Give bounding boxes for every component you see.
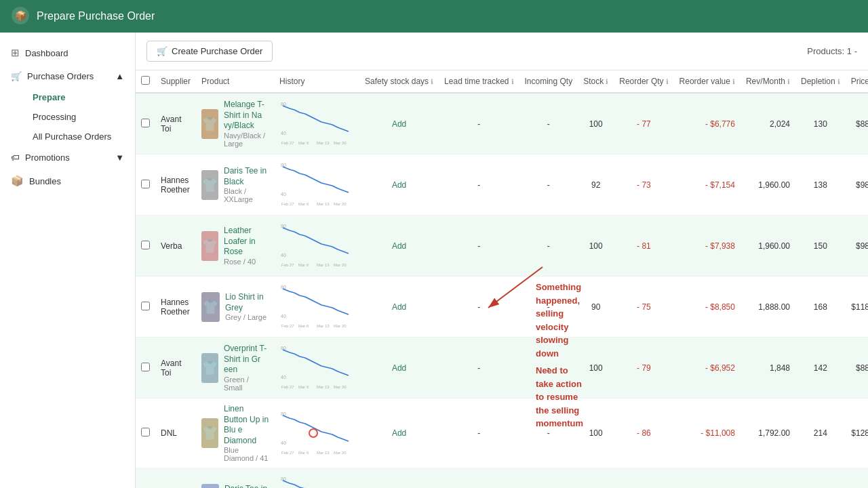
table-row: Avant Toi 👕 Overprint T-Shirt in Gr een … xyxy=(136,338,868,399)
product-variant: Grey / Large xyxy=(225,313,269,321)
mini-chart: 80 40 Feb 27 Mar 6 Mar 13 Mar 20 xyxy=(279,160,354,209)
add-link[interactable]: Add xyxy=(392,180,406,190)
history-cell: 80 40 Feb 27 Mar 6 Mar 13 Mar 20 xyxy=(274,155,359,216)
svg-text:40: 40 xyxy=(281,131,286,136)
svg-text:Mar 6: Mar 6 xyxy=(298,385,309,389)
rev-month-cell: 1,960.00 xyxy=(741,155,795,216)
lead-time-cell: - xyxy=(519,277,578,338)
rev-month-cell: 1,764 xyxy=(741,468,795,488)
svg-text:40: 40 xyxy=(281,253,286,258)
row-checkbox-cell xyxy=(136,468,155,488)
add-link[interactable]: Add xyxy=(392,119,406,129)
th-history: History xyxy=(274,70,359,93)
svg-text:40: 40 xyxy=(281,314,286,319)
select-all-checkbox[interactable] xyxy=(141,76,150,85)
incoming-qty-cell: 100 xyxy=(578,93,614,155)
reorder-qty-cell: - $8,036 xyxy=(674,468,741,488)
rev-month-cell: 1,888.00 xyxy=(741,277,795,338)
supplier-cell: Hannes Roether xyxy=(155,277,196,338)
lead-time-info-icon: ℹ xyxy=(511,78,514,85)
purchase-orders-icon: 🛒 xyxy=(11,71,22,81)
stock-info-icon: ℹ xyxy=(606,78,608,85)
supplier-name: Hannes Roether xyxy=(161,176,190,195)
history-cell: 80 40 Feb 27 Mar 6 Mar 13 Mar 20 xyxy=(274,468,359,488)
sidebar-item-promotions[interactable]: 🏷 Promotions ▼ xyxy=(0,146,135,169)
price-cell: $118 xyxy=(846,277,868,338)
product-variant: Rose / 40 xyxy=(224,258,269,266)
depletion-cell: 130 xyxy=(795,93,846,155)
lead-time-cell: - xyxy=(519,155,578,216)
stock-cell: - 79 xyxy=(614,338,673,399)
sidebar-item-bundles[interactable]: 📦 Bundles xyxy=(0,169,135,193)
mini-chart: 80 40 Feb 27 Mar 6 Mar 13 Mar 20 xyxy=(279,99,354,148)
create-purchase-order-button[interactable]: 🛒 Create Purchase Order xyxy=(146,41,273,62)
price-cell: $128 xyxy=(846,399,868,468)
row-checkbox-cell xyxy=(136,155,155,216)
svg-text:Feb 27: Feb 27 xyxy=(281,385,294,389)
supplier-name: Avant Toi xyxy=(161,359,181,378)
supplier-cell: Hannes Roether xyxy=(155,468,196,488)
safety-stock-cell: - xyxy=(439,399,519,468)
product-name: Lio Shirt in Grey xyxy=(225,292,269,313)
row-checkbox[interactable] xyxy=(141,241,150,249)
history-cell: 80 40 Feb 27 Mar 6 Mar 13 Mar 20 xyxy=(274,93,359,155)
price-cell: $88 xyxy=(846,93,868,155)
svg-text:40: 40 xyxy=(281,375,286,380)
th-reorder-qty: Reorder Qty ℹ xyxy=(614,70,673,93)
action-cell: Add xyxy=(359,399,439,468)
row-checkbox[interactable] xyxy=(141,428,150,436)
product-name: Overprint T-Shirt in Gr een xyxy=(224,344,269,375)
svg-text:Mar 13: Mar 13 xyxy=(317,385,330,389)
incoming-qty-cell: 100 xyxy=(578,468,614,488)
svg-text:Feb 27: Feb 27 xyxy=(281,202,294,206)
main-content: 🛒 Create Purchase Order Products: 1 - Su… xyxy=(136,33,868,488)
table-row: DNL 👕 Linen Button Up in Blu e Diamond B… xyxy=(136,399,868,468)
row-checkbox[interactable] xyxy=(141,119,150,127)
add-link[interactable]: Add xyxy=(392,302,406,312)
row-checkbox[interactable] xyxy=(141,363,150,371)
table-row: Hannes Roether 👕 Daris Tee in Blue Blue … xyxy=(136,468,868,488)
sidebar-item-prepare[interactable]: Prepare xyxy=(22,87,135,107)
stock-cell: - 86 xyxy=(614,399,673,468)
product-variant: Green / Small xyxy=(224,375,269,392)
sidebar-item-processing[interactable]: Processing xyxy=(22,107,135,127)
svg-text:📦: 📦 xyxy=(15,10,27,22)
mini-chart: 80 40 Feb 27 Mar 6 Mar 13 Mar 20 xyxy=(279,221,354,270)
svg-text:Mar 13: Mar 13 xyxy=(317,451,330,455)
th-depletion: Depletion ℹ xyxy=(795,70,846,93)
row-checkbox-cell xyxy=(136,216,155,277)
depletion-info-icon: ℹ xyxy=(837,78,840,85)
price-cell: $88 xyxy=(846,338,868,399)
reorder-qty-cell: - $7,938 xyxy=(674,216,741,277)
svg-text:Mar 20: Mar 20 xyxy=(334,202,347,206)
promotions-icon: 🏷 xyxy=(11,152,20,163)
depletion-cell: 168 xyxy=(795,277,846,338)
chevron-down-icon: ▼ xyxy=(115,152,124,163)
row-checkbox[interactable] xyxy=(141,180,150,188)
add-link[interactable]: Add xyxy=(392,241,406,251)
svg-text:Feb 27: Feb 27 xyxy=(281,324,294,328)
safety-stock-cell: - xyxy=(439,468,519,488)
th-rev-month: Rev/Month ℹ xyxy=(741,70,795,93)
row-checkbox[interactable] xyxy=(141,302,150,310)
th-safety-stock: Safety stock days ℹ xyxy=(359,70,439,93)
supplier-cell: Hannes Roether xyxy=(155,155,196,216)
rev-month-info-icon: ℹ xyxy=(787,78,790,85)
table-row: Verba 👕 Leather Loafer in Rose Rose / 40… xyxy=(136,216,868,277)
add-link[interactable]: Add xyxy=(392,428,406,438)
sidebar-item-all-purchase-orders[interactable]: All Purchase Orders xyxy=(22,127,135,146)
add-link[interactable]: Add xyxy=(392,363,406,373)
stock-cell: - 73 xyxy=(614,155,673,216)
th-supplier: Supplier xyxy=(155,70,196,93)
reorder-qty-cell: - $6,776 xyxy=(674,93,741,155)
svg-text:Feb 27: Feb 27 xyxy=(281,141,294,145)
sidebar-item-purchase-orders[interactable]: 🛒 Purchase Orders ▲ xyxy=(0,65,135,87)
stock-cell: - 75 xyxy=(614,277,673,338)
rev-month-cell: 1,960.00 xyxy=(741,216,795,277)
table-row: Hannes Roether 👕 Daris Tee in Black Blac… xyxy=(136,155,868,216)
svg-point-34 xyxy=(309,429,317,437)
th-product: Product xyxy=(196,70,274,93)
supplier-cell: DNL xyxy=(155,399,196,468)
sidebar-item-dashboard[interactable]: ⊞ Dashboard xyxy=(0,41,135,65)
row-checkbox-cell xyxy=(136,399,155,468)
